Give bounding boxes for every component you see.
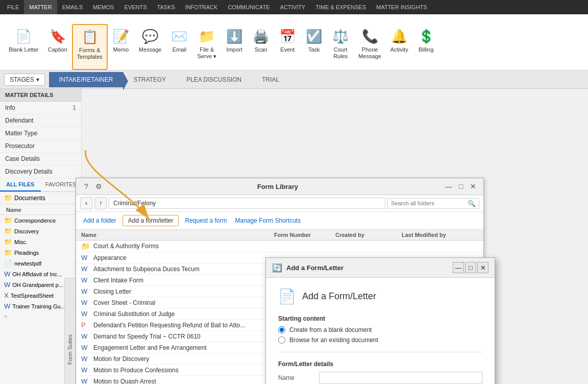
form-library-maximize-btn[interactable]: □ xyxy=(456,181,466,191)
col-header-number: Form Number xyxy=(274,232,335,238)
ribbon-btn-email[interactable]: ✉️ Email xyxy=(166,24,192,70)
folder-icon: 📁 xyxy=(4,217,12,224)
stages-bar: STAGES ▾ INTAKE/RETAINER STRATEGY PLEA D… xyxy=(0,70,588,89)
stage-tab-strategy[interactable]: STRATEGY xyxy=(123,72,176,87)
list-item-label: Misc. xyxy=(14,239,28,245)
row-name: Attachment to Subpeona Duces Tecum xyxy=(93,266,274,273)
stages-dropdown-btn[interactable]: STAGES ▾ xyxy=(4,74,45,86)
sidebar-item-matter-type[interactable]: Matter Type xyxy=(0,127,81,140)
sidebar-item-info[interactable]: Info 1 xyxy=(0,102,81,114)
radio-label-browse: Browse for an existing document xyxy=(289,337,378,344)
row-name: Defendant's Petition Requesting Refund o… xyxy=(93,322,274,329)
radio-blank[interactable] xyxy=(278,326,285,333)
stage-tab-plea[interactable]: PLEA DISCUSSION xyxy=(176,72,252,87)
list-item[interactable]: 📄 newtestpdf xyxy=(0,258,81,269)
table-row[interactable]: 📁 Court & Authority Forms xyxy=(76,241,483,252)
ribbon-btn-activity[interactable]: 🔔 Activity xyxy=(386,24,413,70)
row-name: Appearance xyxy=(93,254,274,261)
scan-icon: 🖨️ xyxy=(253,29,269,44)
ribbon-btn-file-serve[interactable]: 📁 File &Serve ▾ xyxy=(192,24,221,70)
row-name: Motion to Quash Arrest xyxy=(93,378,274,385)
list-item[interactable]: 📁 Discovery xyxy=(0,226,81,236)
documents-folder-label[interactable]: Documents xyxy=(14,195,45,202)
form-library-minimize-btn[interactable]: — xyxy=(444,181,454,191)
menu-events[interactable]: EVENTS xyxy=(119,0,152,14)
word-icon: W xyxy=(81,299,90,306)
ribbon-btn-event[interactable]: 📅 Event xyxy=(274,24,301,70)
message-icon: 💬 xyxy=(142,29,158,44)
menu-time-expenses[interactable]: TIME & EXPENSES xyxy=(310,0,371,14)
ribbon-btn-import[interactable]: ⬇️ Import xyxy=(221,24,248,70)
modal-maximize-btn[interactable]: □ xyxy=(465,262,476,273)
sidebar-item-case-details[interactable]: Case Details xyxy=(0,153,81,165)
ribbon-btn-court-rules[interactable]: ⚖️ CourtRules xyxy=(327,24,354,70)
caption-icon: 🔖 xyxy=(50,29,66,44)
list-item[interactable]: 📁 Misc. xyxy=(0,236,81,247)
ribbon-btn-caption[interactable]: 🔖 Caption xyxy=(43,24,72,70)
add-folder-link[interactable]: Add a folder xyxy=(81,216,118,225)
import-icon: ⬇️ xyxy=(226,29,242,44)
menu-tasks[interactable]: TASKS xyxy=(152,0,180,14)
sidebar-file-tabs: ALL FILES FAVORITES xyxy=(0,178,81,192)
word-file-icon: W xyxy=(4,302,10,310)
ribbon-btn-phone-message[interactable]: 📞 PhoneMessage xyxy=(354,24,386,70)
ribbon-label-caption: Caption xyxy=(48,46,67,53)
file-name-header: Name xyxy=(2,205,81,214)
search-box: 🔍 xyxy=(387,198,479,209)
word-icon: W xyxy=(81,377,90,384)
sidebar-item-prosecutor[interactable]: Prosecutor xyxy=(0,140,81,153)
menu-infotrack[interactable]: INFOTRACK xyxy=(180,0,223,14)
ribbon-btn-scan[interactable]: 🖨️ Scan xyxy=(248,24,274,70)
word-icon: W xyxy=(81,344,90,351)
form-details-label: Form/Letter details xyxy=(278,361,482,368)
list-item[interactable]: 📁 Pleadings xyxy=(0,247,81,258)
sidebar-item-defendant[interactable]: Defendant xyxy=(0,114,81,127)
row-name: Engagement Letter and Fee Arrangement xyxy=(93,344,274,351)
menu-activity[interactable]: ACTIVITY xyxy=(275,0,311,14)
ribbon-btn-task[interactable]: ☑️ Task xyxy=(301,24,327,70)
list-item[interactable]: 📁 Correspondence xyxy=(0,215,81,226)
col-header-name: Name xyxy=(81,232,274,238)
ribbon-btn-memo[interactable]: 📝 Memo xyxy=(108,24,134,70)
radio-item-blank[interactable]: Create from a blank document xyxy=(278,326,482,333)
sidebar-tab-all-files[interactable]: ALL FILES xyxy=(0,178,41,191)
ribbon-label-activity: Activity xyxy=(390,46,408,53)
ribbon-btn-billing[interactable]: 💲 Billing xyxy=(413,24,439,70)
form-library-up-btn[interactable]: ↑ xyxy=(94,197,107,209)
menu-communicate[interactable]: COMMUNICATE xyxy=(223,0,275,14)
radio-item-browse[interactable]: Browse for an existing document xyxy=(278,337,482,344)
stage-tab-trial[interactable]: TRIAL xyxy=(252,72,289,87)
ribbon-label-forms-templates: Forms &Templates xyxy=(77,47,103,60)
row-name: Demand for Speedy Trial ~ CCTR 0610 xyxy=(93,333,274,340)
starting-content-label: Starting content xyxy=(278,315,482,322)
breadcrumb-path: Criminal/Felony xyxy=(109,198,385,209)
menu-matter[interactable]: MATTER xyxy=(24,0,57,14)
add-form-letter-link[interactable]: Add a form/letter xyxy=(122,215,179,226)
radio-browse[interactable] xyxy=(278,337,285,344)
menu-memos[interactable]: MEMOS xyxy=(88,0,119,14)
sidebar-item-discovery-details[interactable]: Discovery Details xyxy=(0,165,81,178)
list-item-label: newtestpdf xyxy=(14,260,41,267)
modal-minimize-btn[interactable]: — xyxy=(453,262,464,273)
menu-emails[interactable]: EMAILS xyxy=(57,0,88,14)
menu-matter-insights[interactable]: MATTER INSIGHTS xyxy=(371,0,432,14)
form-library-back-btn[interactable]: ‹ xyxy=(80,197,92,209)
stage-tab-intake[interactable]: INTAKE/RETAINER xyxy=(49,72,124,87)
ribbon-btn-forms-templates[interactable]: 📋 Forms &Templates xyxy=(72,24,108,70)
top-menu-bar: FILE MATTER EMAILS MEMOS EVENTS TASKS IN… xyxy=(0,0,588,14)
form-library-nav-toolbar: ‹ ↑ Criminal/Felony 🔍 xyxy=(76,195,483,212)
ribbon-label-memo: Memo xyxy=(113,46,129,53)
form-library-close-btn[interactable]: ✕ xyxy=(468,181,478,191)
ribbon-btn-blank-letter[interactable]: 📄 Blank Letter xyxy=(4,24,43,70)
folder-icon: 📁 xyxy=(4,227,12,235)
form-library-settings-btn[interactable]: ⚙ xyxy=(93,181,104,191)
manage-shortcuts-link[interactable]: Manage Form Shortcuts xyxy=(233,216,303,225)
ribbon-btn-message[interactable]: 💬 Message xyxy=(134,24,166,70)
form-library-help-btn[interactable]: ? xyxy=(81,181,91,191)
form-library-title: Form Library xyxy=(112,183,444,190)
request-form-link[interactable]: Request a form xyxy=(183,216,229,225)
name-input[interactable] xyxy=(319,372,482,384)
search-input[interactable] xyxy=(391,200,468,206)
modal-close-btn[interactable]: ✕ xyxy=(477,262,488,273)
menu-file[interactable]: FILE xyxy=(2,0,24,14)
